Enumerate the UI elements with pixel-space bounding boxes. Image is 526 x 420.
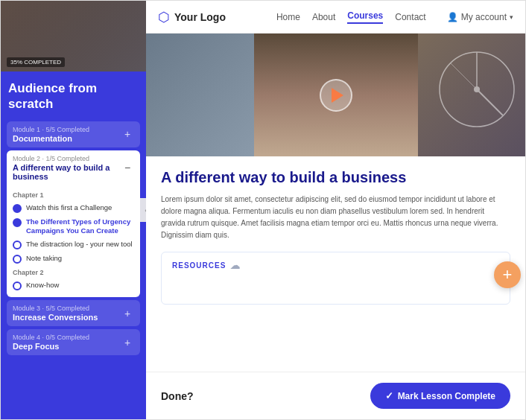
checkmark-icon: ✓: [385, 390, 393, 401]
float-plus-button[interactable]: +: [494, 261, 521, 288]
play-icon: [332, 88, 343, 103]
resources-body: [172, 274, 499, 296]
lesson-3[interactable]: The distraction log - your new tool: [13, 238, 134, 252]
compass-illustration: [436, 41, 518, 138]
account-label: My account: [461, 12, 507, 22]
chevron-left-icon: ‹: [145, 206, 146, 214]
module-1-title: Documentation: [13, 134, 89, 143]
mark-complete-label: Mark Lesson Complete: [398, 391, 495, 401]
sidebar: 35% COMPLETED Audience from scratch Modu…: [1, 1, 146, 419]
resources-section: RESOURCES ☁: [161, 252, 510, 305]
chevron-down-icon: ▾: [510, 13, 513, 21]
resources-label: RESOURCES: [172, 261, 226, 270]
sidebar-collapse-handle[interactable]: ‹: [140, 198, 146, 222]
lesson-3-text: The distraction log - your new tool: [26, 240, 133, 249]
logo-icon: ⬡: [158, 9, 170, 25]
module-1-header[interactable]: Module 1 · 5/5 Completed Documentation +: [7, 121, 140, 147]
hero-image: [146, 34, 525, 156]
module-3-header[interactable]: Module 3 · 5/5 Completed Increase Conver…: [7, 300, 140, 326]
play-button[interactable]: [320, 79, 352, 112]
nav-about[interactable]: About: [312, 12, 335, 22]
lesson-5[interactable]: Know-how: [13, 279, 134, 293]
logo-text: Your Logo: [174, 11, 226, 23]
nav-courses[interactable]: Courses: [347, 10, 383, 24]
module-3-title: Increase Conversions: [13, 313, 98, 322]
cloud-icon: ☁: [230, 260, 241, 271]
lesson-5-text: Know-how: [26, 281, 59, 290]
progress-badge: 35% COMPLETED: [7, 57, 65, 67]
module-2[interactable]: Module 2 · 1/5 Completed A different way…: [7, 150, 140, 298]
course-title: Audience from scratch: [1, 71, 146, 118]
lesson-4[interactable]: Note taking: [13, 252, 134, 266]
nav-contact[interactable]: Contact: [395, 12, 425, 22]
nav-account[interactable]: 👤 My account ▾: [447, 12, 513, 22]
module-3-meta: Module 3 · 5/5 Completed: [13, 305, 98, 312]
lesson-4-text: Note taking: [26, 254, 62, 263]
main-content: ⬡ Your Logo Home About Courses Contact 👤…: [146, 1, 525, 419]
module-4-header[interactable]: Module 4 · 0/5 Completed Deep Focus +: [7, 329, 140, 355]
module-4-meta: Module 4 · 0/5 Completed: [13, 334, 89, 341]
done-label: Done?: [161, 390, 194, 402]
account-icon: 👤: [447, 12, 458, 22]
module-1-meta: Module 1 · 5/5 Completed: [13, 126, 89, 133]
module-3[interactable]: Module 3 · 5/5 Completed Increase Conver…: [7, 300, 140, 326]
lesson-3-dot: [13, 241, 22, 249]
nav-home[interactable]: Home: [276, 12, 300, 22]
modules-list: Module 1 · 5/5 Completed Documentation +…: [1, 118, 146, 420]
content-body: Lorem ipsum dolor sit amet, consectetur …: [161, 194, 510, 241]
module-1-toggle[interactable]: +: [121, 127, 134, 141]
lesson-1-dot: [13, 204, 22, 213]
lesson-2-text: The Different Types of Urgency Campaigns…: [26, 217, 134, 236]
content-title: A different way to build a business: [161, 168, 510, 186]
module-4[interactable]: Module 4 · 0/5 Completed Deep Focus +: [7, 329, 140, 355]
lesson-5-dot: [13, 281, 22, 290]
lesson-2[interactable]: The Different Types of Urgency Campaigns…: [13, 215, 134, 238]
module-3-toggle[interactable]: +: [121, 307, 134, 320]
top-navigation: ⬡ Your Logo Home About Courses Contact 👤…: [146, 1, 525, 34]
module-4-toggle[interactable]: +: [121, 336, 134, 349]
sidebar-thumbnail: 35% COMPLETED: [1, 1, 146, 71]
nav-links: Home About Courses Contact 👤 My account …: [276, 10, 513, 24]
module-4-title: Deep Focus: [13, 342, 89, 351]
hero-right: [418, 34, 526, 156]
logo: ⬡ Your Logo: [158, 9, 226, 25]
module-2-chapters: Chapter 1 Watch this first a Challenge T…: [7, 185, 140, 298]
module-1[interactable]: Module 1 · 5/5 Completed Documentation +: [7, 121, 140, 147]
module-2-meta: Module 2 · 1/5 Completed: [13, 155, 121, 162]
svg-line-4: [451, 63, 477, 89]
chapter-2-label: Chapter 2: [13, 269, 134, 276]
app-container: 35% COMPLETED Audience from scratch Modu…: [0, 0, 526, 420]
mark-complete-button[interactable]: ✓ Mark Lesson Complete: [370, 383, 510, 409]
lesson-2-dot: [13, 218, 22, 227]
module-2-title: A different way to build a business: [13, 163, 121, 181]
svg-line-2: [477, 89, 503, 115]
module-2-toggle[interactable]: −: [121, 161, 134, 174]
lesson-4-dot: [13, 255, 22, 264]
resources-header: RESOURCES ☁: [172, 260, 499, 271]
module-2-header[interactable]: Module 2 · 1/5 Completed A different way…: [7, 150, 140, 185]
done-bar: Done? ✓ Mark Lesson Complete: [146, 372, 525, 419]
page-body: A different way to build a business Lore…: [146, 156, 525, 372]
hero-left: [146, 34, 254, 156]
chapter-1-label: Chapter 1: [13, 191, 134, 199]
lesson-1[interactable]: Watch this first a Challenge: [13, 201, 134, 215]
lesson-1-text: Watch this first a Challenge: [26, 203, 112, 212]
